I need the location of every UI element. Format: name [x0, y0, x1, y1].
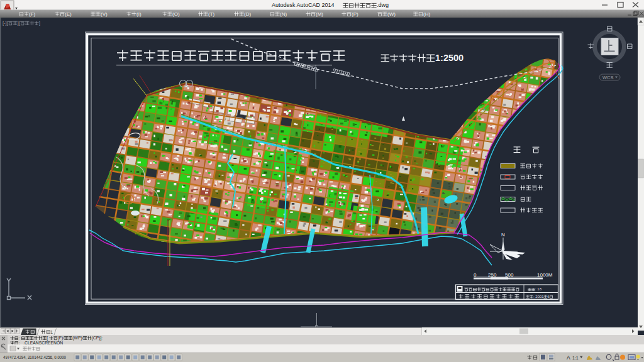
svg-text:(O): (O)	[172, 11, 180, 17]
svg-text:250: 250	[488, 272, 497, 278]
svg-text:: 18: : 18	[535, 287, 542, 291]
svg-text:(P): (P)	[352, 11, 358, 17]
svg-text::: :	[19, 336, 20, 340]
svg-text:500: 500	[505, 272, 514, 278]
svg-text:Autodesk AutoCAD 2014: Autodesk AutoCAD 2014	[272, 2, 335, 8]
svg-text:(WP)/: (WP)/	[72, 336, 83, 341]
svg-text:WCS: WCS	[602, 75, 614, 80]
svg-text:1000M: 1000M	[537, 272, 553, 278]
svg-text:(V): (V)	[101, 11, 108, 17]
svg-text:497472.4294, 3101442.4256, 0.0: 497472.4294, 3101442.4256, 0.0000	[3, 354, 66, 360]
svg-text:.dwg: .dwg	[377, 2, 389, 8]
svg-text:N: N	[501, 232, 505, 238]
svg-text:1:1: 1:1	[572, 356, 579, 360]
svg-text:(T): (T)	[208, 11, 215, 17]
svg-text:]: ]	[39, 20, 40, 26]
svg-text:A: A	[567, 354, 570, 361]
svg-text:1:2500: 1:2500	[435, 53, 464, 63]
svg-text:1: 1	[50, 329, 53, 335]
svg-text:(D): (D)	[244, 11, 251, 17]
svg-text:(F): (F)	[29, 11, 36, 17]
svg-text:(W): (W)	[387, 11, 396, 17]
svg-text:(I): (I)	[136, 11, 142, 17]
svg-text:: 2001: : 2001	[533, 295, 544, 299]
svg-text:(E): (E)	[65, 11, 72, 17]
svg-text:(CP)]:: (CP)]:	[92, 336, 103, 341]
svg-text:[-][: [-][	[3, 20, 9, 26]
svg-text:0: 0	[474, 272, 477, 278]
svg-text:(M): (M)	[316, 11, 323, 17]
svg-text:(N): (N)	[280, 11, 287, 17]
svg-text:(H): (H)	[423, 11, 430, 17]
